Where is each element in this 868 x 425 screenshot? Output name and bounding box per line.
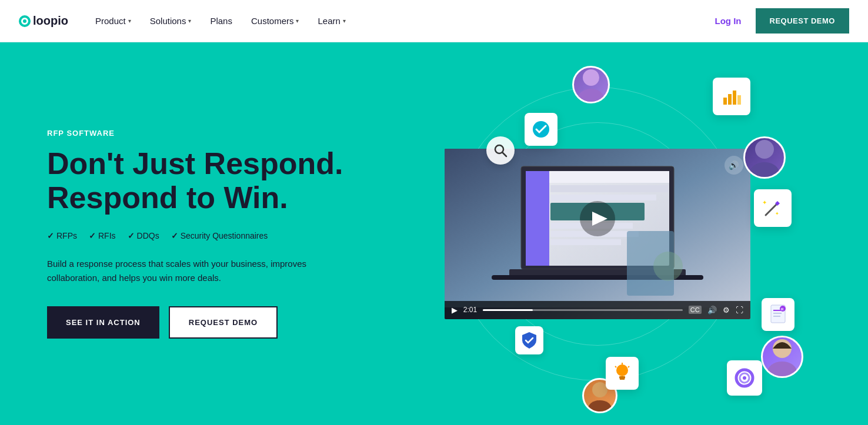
nav-learn[interactable]: Learn ▾: [318, 16, 345, 26]
avatar-1: [572, 66, 610, 103]
chevron-down-icon: ▾: [128, 18, 131, 24]
check-rfps: ✓ RFPs: [47, 231, 77, 240]
checkmark-icon-box: [525, 113, 557, 146]
fullscreen-icon[interactable]: ⛶: [736, 306, 743, 314]
svg-point-25: [767, 362, 797, 378]
see-action-button[interactable]: SEE IT IN ACTION: [47, 306, 159, 339]
sound-icon: 🔊: [729, 160, 739, 170]
hero-section: RFP SOFTWARE Don't Just Respond. Respond…: [0, 42, 868, 425]
svg-rect-28: [723, 98, 727, 105]
svg-point-20: [583, 69, 599, 86]
svg-rect-46: [619, 376, 625, 379]
login-button[interactable]: Log In: [715, 16, 742, 26]
svg-rect-6: [526, 171, 549, 266]
svg-rect-42: [773, 316, 780, 317]
hero-description: Build a response process that scales wit…: [47, 257, 318, 285]
svg-rect-30: [733, 91, 736, 105]
svg-text:R: R: [781, 307, 784, 311]
nav-right: Log In REQUEST DEMO: [715, 8, 849, 34]
hero-title: Don't Just Respond. Respond to Win.: [47, 147, 343, 214]
request-demo-nav-button[interactable]: REQUEST DEMO: [756, 8, 849, 34]
nav-solutions[interactable]: Solutions ▾: [150, 16, 192, 26]
video-controls: ▶ 2:01 CC 🔊 ⚙ ⛶: [445, 301, 750, 319]
nav-links: Product ▾ Solutions ▾ Plans Customers ▾ …: [95, 16, 715, 26]
request-demo-hero-button[interactable]: REQUEST DEMO: [169, 306, 278, 339]
svg-point-45: [616, 364, 628, 376]
hero-right: ▶ 2:01 CC 🔊 ⚙ ⛶ 🔊: [343, 42, 821, 425]
chevron-down-icon: ▾: [296, 18, 299, 24]
video-thumbnail: [445, 149, 750, 319]
cc-icon[interactable]: CC: [689, 306, 702, 314]
svg-rect-31: [737, 95, 741, 105]
progress-fill: [483, 309, 533, 311]
video-container[interactable]: ▶ 2:01 CC 🔊 ⚙ ⛶ 🔊: [445, 149, 750, 319]
video-time: 2:01: [463, 306, 477, 314]
avatar-2: [743, 136, 786, 179]
svg-line-49: [628, 366, 629, 367]
chevron-down-icon: ▾: [343, 18, 346, 24]
settings-icon[interactable]: ⚙: [723, 306, 730, 314]
volume-icon[interactable]: 🔊: [707, 306, 717, 314]
svg-point-53: [743, 376, 746, 380]
chevron-down-icon: ▾: [188, 18, 191, 24]
lightbulb-icon-box: [606, 357, 639, 390]
hero-label: RFP SOFTWARE: [47, 129, 343, 138]
shield-icon-box: [515, 326, 543, 354]
document-icon-box: R: [762, 298, 794, 331]
svg-point-33: [495, 145, 503, 153]
navbar: loopio Product ▾ Solutions ▾ Plans Custo…: [0, 0, 868, 42]
hero-checks: ✓ RFPs ✓ RFIs ✓ DDQs ✓ Security Question…: [47, 231, 343, 240]
svg-rect-13: [550, 239, 621, 245]
svg-rect-47: [620, 379, 625, 380]
svg-point-21: [578, 89, 604, 103]
nav-customers[interactable]: Customers ▾: [251, 16, 299, 26]
hero-left: RFP SOFTWARE Don't Just Respond. Respond…: [47, 129, 343, 338]
svg-rect-8: [550, 185, 668, 192]
svg-point-19: [653, 252, 683, 281]
play-icon[interactable]: ▶: [452, 306, 458, 314]
svg-point-23: [750, 162, 779, 179]
check-ddqs: ✓ DDQs: [128, 231, 159, 240]
svg-point-26: [592, 382, 607, 397]
check-rfis: ✓ RFIs: [89, 231, 116, 240]
avatar-3: [761, 336, 803, 378]
search-icon-box: [486, 136, 515, 165]
svg-text:✦: ✦: [762, 199, 767, 206]
svg-rect-41: [773, 313, 782, 314]
svg-point-1: [23, 19, 26, 23]
sound-button[interactable]: 🔊: [725, 156, 743, 175]
wand-icon-box: ✦ ✦: [754, 189, 792, 227]
svg-line-50: [615, 366, 616, 367]
check-security: ✓ Security Questionnaires: [171, 231, 268, 240]
svg-line-34: [503, 153, 506, 156]
chart-icon-box: [713, 78, 750, 115]
svg-point-22: [755, 140, 774, 159]
svg-rect-7: [549, 171, 669, 183]
hero-buttons: SEE IT IN ACTION REQUEST DEMO: [47, 306, 343, 339]
svg-point-27: [588, 400, 612, 413]
logo[interactable]: loopio: [19, 11, 72, 32]
svg-text:loopio: loopio: [33, 14, 68, 27]
video-progress[interactable]: [483, 309, 683, 311]
nav-product[interactable]: Product ▾: [95, 16, 131, 26]
svg-rect-9: [550, 195, 656, 200]
svg-rect-29: [728, 94, 732, 105]
nav-plans[interactable]: Plans: [210, 16, 232, 26]
ring-icon-box: [727, 360, 762, 396]
svg-text:✦: ✦: [775, 211, 779, 216]
